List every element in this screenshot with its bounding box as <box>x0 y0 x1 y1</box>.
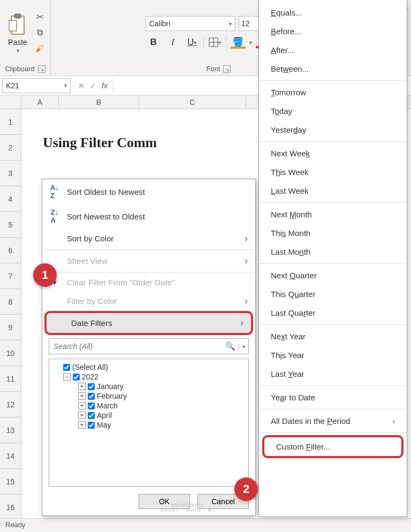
column-header[interactable]: C <box>139 95 246 109</box>
date-filters-submenu: Equals...Before...After...Between...Tomo… <box>258 0 407 517</box>
sort-newest-oldest[interactable]: Z↓A Sort Newest to Oldest <box>42 204 255 229</box>
checkbox-select-all[interactable] <box>63 364 70 371</box>
row-header[interactable]: 2 <box>0 135 21 161</box>
month-label: January <box>97 382 124 391</box>
svg-rect-2 <box>9 20 17 31</box>
submenu-item[interactable]: Next Quarter <box>259 266 407 285</box>
submenu-item[interactable]: Before... <box>259 22 407 41</box>
enter-formula-icon[interactable]: ✓ <box>90 81 96 90</box>
fill-color-button[interactable]: 🪣 <box>230 35 246 49</box>
submenu-item[interactable]: Equals... <box>259 3 407 22</box>
row-header[interactable]: 16 <box>0 495 21 520</box>
format-painter-icon[interactable]: 🖌 <box>33 42 46 55</box>
expand-icon[interactable]: + <box>78 392 86 400</box>
submenu-item[interactable]: This Week <box>259 163 407 181</box>
paste-button[interactable]: Paste ▾ <box>4 10 31 56</box>
row-header[interactable]: 8 <box>0 289 21 315</box>
font-name-select[interactable]: Calibri ▾ <box>146 16 235 31</box>
submenu-item[interactable]: Last Month <box>259 242 407 261</box>
chevron-down-icon: ▾ <box>17 48 19 54</box>
row-header[interactable]: 14 <box>0 443 21 469</box>
submenu-item[interactable]: All Dates in the Period <box>259 412 407 430</box>
cancel-formula-icon[interactable]: ✕ <box>78 81 85 90</box>
ribbon-group-clipboard: Paste ▾ ✂ ⧉ 🖌 Clipboard ↘ <box>0 0 51 75</box>
dialog-launcher-icon[interactable]: ↘ <box>38 65 45 73</box>
row-header[interactable]: 4 <box>0 186 21 212</box>
month-label: May <box>97 421 111 429</box>
row-header[interactable]: 5 <box>0 212 21 238</box>
underline-button[interactable]: U ▾ <box>184 35 200 49</box>
submenu-item[interactable]: Year to Date <box>259 388 407 407</box>
select-all-corner[interactable] <box>0 95 21 109</box>
search-icon: 🔍 <box>222 341 239 351</box>
expand-icon[interactable]: + <box>78 383 86 390</box>
expand-icon[interactable]: + <box>78 421 86 429</box>
filter-by-color: Filter by Color <box>42 291 255 311</box>
submenu-item[interactable]: Last Week <box>259 181 407 200</box>
cut-icon[interactable]: ✂ <box>33 10 46 23</box>
sort-asc-icon: A↓Z <box>49 184 60 200</box>
row-header[interactable]: 15 <box>0 469 21 495</box>
column-header[interactable]: A <box>21 95 59 109</box>
expand-icon[interactable]: + <box>78 402 86 409</box>
row-headers: 12345678910111213141516 <box>0 109 21 520</box>
sort-by-color[interactable]: Sort by Color <box>42 229 255 248</box>
filter-search[interactable]: 🔍 ▾ <box>49 338 249 354</box>
sort-oldest-newest[interactable]: A↓Z Sort Oldest to Newest <box>42 179 255 204</box>
submenu-item[interactable]: This Quarter <box>259 285 407 303</box>
ok-button[interactable]: OK <box>139 494 190 509</box>
checkbox-month[interactable] <box>88 412 95 419</box>
month-label: April <box>97 411 112 420</box>
fx-icon[interactable]: fx <box>102 81 108 90</box>
month-label: February <box>97 392 127 400</box>
row-header[interactable]: 10 <box>0 340 21 366</box>
search-input[interactable] <box>49 339 222 354</box>
checkbox-month[interactable] <box>88 393 95 400</box>
chevron-down-icon[interactable]: ▾ <box>239 344 248 349</box>
font-group-label: Font <box>206 65 220 73</box>
checkbox-month[interactable] <box>88 422 95 429</box>
row-header[interactable]: 12 <box>0 392 21 417</box>
name-box[interactable]: K21 ▾ <box>2 78 71 93</box>
row-header[interactable]: 11 <box>0 366 21 392</box>
page-title: Using Filter Comm <box>43 135 157 151</box>
date-filters[interactable]: Date Filters <box>44 311 253 335</box>
submenu-item[interactable]: This Year <box>259 346 407 364</box>
filter-tree[interactable]: (Select All) − 2022 +January+February+Ma… <box>49 359 249 487</box>
clear-filter: ▾ Clear Filter From "Order Date" <box>42 273 255 291</box>
custom-filter[interactable]: Custom Filter... <box>262 435 404 458</box>
submenu-item[interactable]: Next Year <box>259 327 407 346</box>
row-header[interactable]: 13 <box>0 417 21 443</box>
checkbox-month[interactable] <box>88 402 95 409</box>
collapse-icon[interactable]: − <box>63 373 71 381</box>
callout-badge-2: 2 <box>234 477 258 501</box>
row-header[interactable]: 3 <box>0 161 21 186</box>
dialog-launcher-icon[interactable]: ↘ <box>223 65 231 73</box>
submenu-item[interactable]: Today <box>259 102 407 120</box>
expand-icon[interactable]: + <box>78 412 86 419</box>
row-header[interactable]: 9 <box>0 315 21 340</box>
submenu-item[interactable]: Next Month <box>259 205 407 224</box>
bold-button[interactable]: B <box>146 35 162 49</box>
borders-button[interactable]: ▾ <box>207 35 223 49</box>
submenu-item[interactable]: Tomorrow <box>259 83 407 102</box>
row-header[interactable]: 1 <box>0 109 21 135</box>
sort-desc-icon: Z↓A <box>49 208 60 224</box>
italic-button[interactable]: I <box>165 35 181 49</box>
checkbox-year[interactable] <box>73 374 80 381</box>
row-header[interactable]: 6 <box>0 238 21 263</box>
clipboard-icon <box>7 12 28 37</box>
chevron-down-icon: ▾ <box>229 21 232 27</box>
submenu-item[interactable]: Next Week <box>259 144 407 163</box>
submenu-item[interactable]: Last Year <box>259 364 407 383</box>
submenu-item[interactable]: Between... <box>259 59 407 78</box>
submenu-item[interactable]: After... <box>259 41 407 59</box>
column-header[interactable]: B <box>59 95 139 109</box>
submenu-item[interactable]: Yesterday <box>259 120 407 139</box>
row-header[interactable]: 7 <box>0 263 21 289</box>
submenu-item[interactable]: This Month <box>259 224 407 242</box>
filter-dropdown: A↓Z Sort Oldest to Newest Z↓A Sort Newes… <box>42 179 256 516</box>
copy-icon[interactable]: ⧉ <box>33 26 46 39</box>
submenu-item[interactable]: Last Quarter <box>259 303 407 322</box>
checkbox-month[interactable] <box>88 383 95 390</box>
